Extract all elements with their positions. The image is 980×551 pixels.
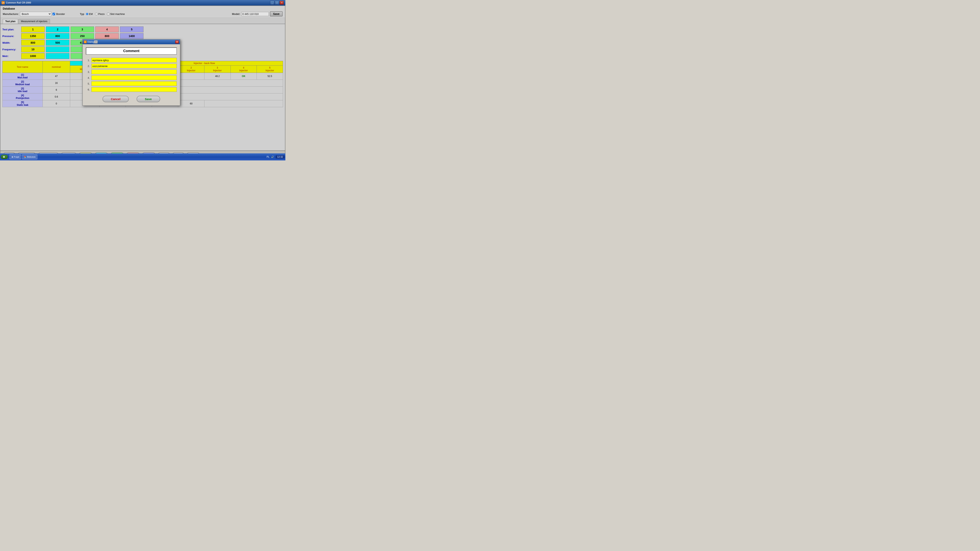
comment-num-2: 2. (86, 65, 90, 68)
taskbar-right: PL 🔊 12:32 (267, 155, 285, 159)
lang-indicator: PL (267, 156, 269, 158)
dialog-title-bar: D Dialog ? ✕ (83, 40, 180, 44)
taskbar-item-1[interactable]: 📚 Biblioteki (22, 154, 37, 159)
taskbar-item-0[interactable]: 🖥 Pulpit (10, 154, 21, 159)
comment-input-3[interactable] (91, 70, 177, 74)
dialog-header: Comment (86, 48, 177, 55)
dialog-icon: D (84, 41, 87, 43)
dialog-close-button[interactable]: ✕ (175, 40, 179, 43)
clock: 12:32 (275, 155, 285, 159)
comment-num-4: 4. (86, 76, 90, 79)
comment-num-6: 6. (86, 88, 90, 91)
comment-num-1: 1. (86, 59, 90, 62)
speaker-icon: 🔊 (271, 156, 274, 158)
comment-input-2[interactable] (91, 64, 177, 68)
dialog-overlay: D Dialog ? ✕ Comment 1. 2. 3. 4. (0, 0, 285, 153)
comment-dialog: D Dialog ? ✕ Comment 1. 2. 3. 4. (82, 39, 180, 106)
comment-row-6: 6. (86, 87, 177, 92)
taskbar-items: 🖥 Pulpit 📚 Biblioteki (10, 154, 37, 159)
taskbar: ⊞ 🖥 Pulpit 📚 Biblioteki PL 🔊 12:32 (0, 153, 285, 160)
dialog-buttons: Cancel Save (86, 96, 177, 102)
dialog-save-button[interactable]: Save (137, 96, 160, 102)
comment-row-2: 2. (86, 64, 177, 68)
dialog-cancel-button[interactable]: Cancel (102, 96, 129, 102)
dialog-content: Comment 1. 2. 3. 4. 5. (83, 44, 180, 105)
start-menu-button[interactable]: ⊞ (1, 155, 8, 159)
comment-num-5: 5. (86, 82, 90, 85)
comment-num-3: 3. (86, 70, 90, 73)
dialog-title: Dialog (88, 41, 94, 43)
comment-input-6[interactable] (91, 87, 177, 92)
windows-icon: ⊞ (3, 156, 5, 158)
comment-input-4[interactable] (91, 75, 177, 80)
comment-input-1[interactable] (91, 58, 177, 62)
comment-input-5[interactable] (91, 81, 177, 86)
comment-row-4: 4. (86, 75, 177, 80)
comment-row-3: 3. (86, 70, 177, 74)
comment-row-1: 1. (86, 58, 177, 62)
dialog-help-button[interactable]: ? (94, 40, 98, 43)
comment-row-5: 5. (86, 81, 177, 86)
